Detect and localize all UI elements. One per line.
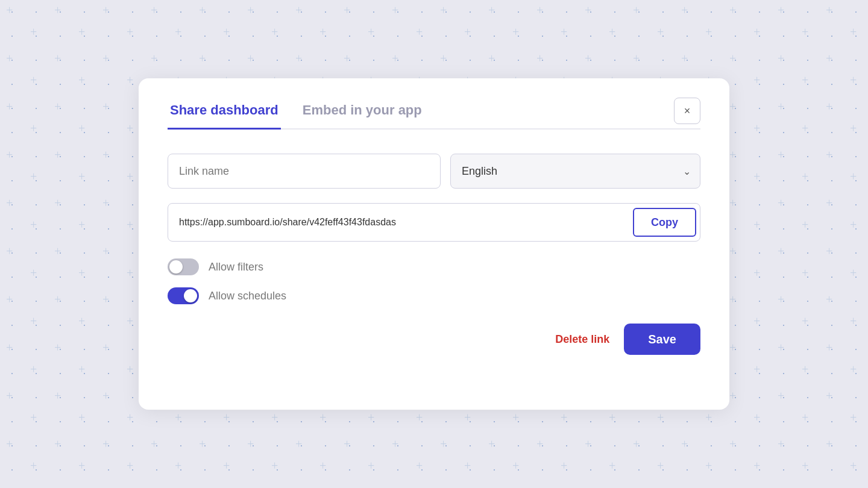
share-url-text: https://app.sumboard.io/share/v42feff43f… (179, 217, 633, 228)
toggle-knob (169, 260, 183, 274)
modal-footer: Delete link Save (168, 324, 700, 355)
tab-bar: Share dashboard Embed in your app × (168, 102, 700, 130)
allow-filters-row: Allow filters (168, 258, 700, 275)
allow-filters-label: Allow filters (209, 261, 263, 274)
allow-schedules-label: Allow schedules (209, 290, 286, 302)
toggle-knob-schedules (184, 289, 197, 302)
link-name-input[interactable] (168, 154, 441, 189)
form-row-top: EnglishFrenchSpanishGermanJapanese ⌄ (168, 154, 700, 189)
tab-embed-in-app[interactable]: Embed in your app (300, 102, 424, 130)
close-button[interactable]: × (674, 98, 700, 124)
allow-schedules-toggle[interactable] (168, 287, 199, 304)
save-button[interactable]: Save (624, 324, 700, 355)
share-modal: Share dashboard Embed in your app × Engl… (139, 78, 729, 410)
language-select-wrapper: EnglishFrenchSpanishGermanJapanese ⌄ (450, 154, 700, 189)
language-select[interactable]: EnglishFrenchSpanishGermanJapanese (450, 154, 700, 189)
tab-share-dashboard[interactable]: Share dashboard (168, 102, 281, 130)
allow-filters-toggle[interactable] (168, 258, 199, 275)
allow-schedules-row: Allow schedules (168, 287, 700, 304)
url-row: https://app.sumboard.io/share/v42feff43f… (168, 203, 700, 242)
copy-button[interactable]: Copy (633, 208, 696, 237)
delete-link-button[interactable]: Delete link (555, 333, 609, 346)
